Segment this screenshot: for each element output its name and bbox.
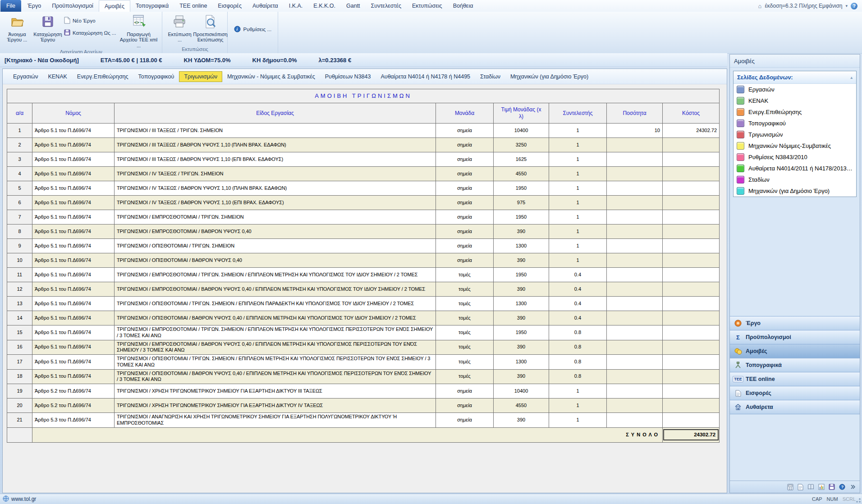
cell-price[interactable]: 10400 bbox=[494, 384, 549, 399]
page-tab[interactable]: Ρυθμίσεων Ν3843 bbox=[320, 71, 376, 82]
notes-icon[interactable] bbox=[797, 483, 804, 491]
cell-qty[interactable] bbox=[607, 355, 663, 370]
cell-law[interactable]: Άρθρο 5.1 του Π.Δ696/74 bbox=[32, 311, 115, 325]
cell-law[interactable]: Άρθρο 5.2 του Π.Δ696/74 bbox=[32, 399, 115, 413]
cell-unit[interactable]: τομές bbox=[436, 311, 494, 325]
book-icon[interactable] bbox=[807, 483, 815, 491]
cell-cost[interactable] bbox=[663, 152, 720, 167]
cell-coef[interactable]: 0.4 bbox=[549, 282, 607, 297]
cell-unit[interactable]: τομές bbox=[436, 340, 494, 355]
cell-work[interactable]: ΤΡΙΓΩΝΙΣΜΟΙ / ΑΝΑΓΝΩΡΙΣΗ ΚΑΙ ΧΡΗΣΗ ΤΡΙΓΩ… bbox=[115, 413, 436, 428]
menu-tab[interactable]: Ε.Κ.Κ.Ο. bbox=[308, 0, 341, 12]
menu-tab[interactable]: Εισφορές bbox=[212, 0, 247, 12]
cell-work[interactable]: ΤΡΙΓΩΝΙΣΜΟΙ / ΧΡΗΣΗ ΤΡΙΓΩΝΟΜΕΤΡΙΚΟΥ ΣΗΜΕ… bbox=[115, 384, 436, 399]
cell-work[interactable]: ΤΡΙΓΩΝΙΣΜΟΙ / ΟΠΙΣΘΟΤΟΜΙΑΙ / ΒΑΘΡΟΝ ΥΨΟΥ… bbox=[115, 253, 436, 268]
nav-item-tee-online[interactable]: TEE TEE online bbox=[730, 372, 860, 386]
cell-price[interactable]: 10400 bbox=[494, 124, 549, 138]
cell-qty[interactable] bbox=[607, 196, 663, 210]
cell-coef[interactable]: 1 bbox=[549, 413, 607, 428]
cell-unit[interactable]: σημεία bbox=[436, 152, 494, 167]
cell-unit[interactable]: σημεία bbox=[436, 196, 494, 210]
cell-price[interactable]: 4550 bbox=[494, 167, 549, 181]
cell-qty[interactable] bbox=[607, 325, 663, 340]
cell-qty[interactable] bbox=[607, 369, 663, 384]
cell-qty[interactable] bbox=[607, 239, 663, 253]
page-tab[interactable]: Μηχανικών (για Δημόσιο Έργο) bbox=[505, 71, 593, 82]
menu-tab[interactable]: Ι.Κ.Α. bbox=[284, 0, 308, 12]
cell-work[interactable]: ΤΡΙΓΩΝΙΣΜΟΙ / ΕΜΠΡΟΣΘΟΤΟΜΙΑΙ / ΤΡΙΓΩΝ. Σ… bbox=[115, 325, 436, 340]
cell-unit[interactable]: τομές bbox=[436, 325, 494, 340]
menu-tab[interactable]: Αυθαίρετα bbox=[247, 0, 284, 12]
cell-work[interactable]: ΤΡΙΓΩΝΙΣΜΟΙ / ΕΜΠΡΟΣΘΟΤΟΜΙΑΙ / ΒΑΘΡΟΝ ΥΨ… bbox=[115, 282, 436, 297]
menu-tab[interactable]: Προϋπολογισμοί bbox=[46, 0, 99, 12]
cell-unit[interactable]: τομές bbox=[436, 355, 494, 370]
page-tab[interactable]: Τοπογραφικού bbox=[133, 71, 179, 82]
cell-law[interactable]: Άρθρο 5.1 του Π.Δ696/74 bbox=[32, 253, 115, 268]
cell-price[interactable]: 975 bbox=[494, 196, 549, 210]
data-page-item[interactable]: Σταδίων bbox=[734, 174, 856, 185]
cell-price[interactable]: 390 bbox=[494, 225, 549, 239]
data-page-item[interactable]: Μηχανικών (για Δημόσιο Έργο) bbox=[734, 185, 856, 197]
cell-cost[interactable] bbox=[663, 369, 720, 384]
settings-button[interactable]: i Ρυθμίσεις ... bbox=[234, 26, 271, 33]
nav-item-arbitrary[interactable]: Αυθαίρετα bbox=[730, 400, 860, 414]
cell-cost[interactable] bbox=[663, 225, 720, 239]
menu-tab[interactable]: Συντελεστές bbox=[366, 0, 407, 12]
data-page-item[interactable]: Εργασιών bbox=[734, 84, 856, 95]
cell-qty[interactable] bbox=[607, 413, 663, 428]
cell-work[interactable]: ΤΡΙΓΩΝΙΣΜΟΙ / ΟΠΙΣΘΟΤΟΜΙΑΙ / ΤΡΙΓΩΝ. ΣΗΜ… bbox=[115, 297, 436, 311]
cell-price[interactable]: 390 bbox=[494, 253, 549, 268]
cell-unit[interactable]: σημεία bbox=[436, 225, 494, 239]
cell-qty[interactable] bbox=[607, 311, 663, 325]
cell-cost[interactable] bbox=[663, 268, 720, 282]
page-tab[interactable]: Εργασιών bbox=[8, 71, 43, 82]
cell-cost[interactable] bbox=[663, 325, 720, 340]
cell-price[interactable]: 3250 bbox=[494, 138, 549, 152]
file-menu-button[interactable]: File bbox=[0, 0, 21, 12]
cell-unit[interactable]: τομές bbox=[436, 297, 494, 311]
open-project-button[interactable]: Άνοιγμα Έργου ... bbox=[3, 13, 32, 49]
cell-law[interactable]: Άρθρο 5.1 του Π.Δ696/74 bbox=[32, 181, 115, 196]
cell-unit[interactable]: σημεία bbox=[436, 167, 494, 181]
cell-law[interactable]: Άρθρο 5.1 του Π.Δ696/74 bbox=[32, 282, 115, 297]
cell-law[interactable]: Άρθρο 5.1 του Π.Δ696/74 bbox=[32, 340, 115, 355]
menu-tab[interactable]: Εκτυπώσεις bbox=[407, 0, 448, 12]
cell-cost[interactable] bbox=[663, 181, 720, 196]
cell-cost[interactable]: 24302.72 bbox=[663, 124, 720, 138]
help-mini-icon[interactable]: ? bbox=[838, 483, 846, 491]
total-value-box[interactable]: 24302.72 bbox=[663, 429, 719, 440]
menu-tab[interactable]: Έργο bbox=[22, 0, 46, 12]
cell-cost[interactable] bbox=[663, 413, 720, 428]
cell-coef[interactable]: 1 bbox=[549, 124, 607, 138]
nav-item-ergo[interactable]: Έργο bbox=[730, 316, 860, 330]
cell-law[interactable]: Άρθρο 5.1 του Π.Δ696/74 bbox=[32, 239, 115, 253]
cell-work[interactable]: ΤΡΙΓΩΝΙΣΜΟΙ / ΕΜΠΡΟΣΘΟΤΟΜΙΑΙ / ΒΑΘΡΟΝ ΥΨ… bbox=[115, 225, 436, 239]
nav-item-contributions[interactable]: Εισφορές bbox=[730, 386, 860, 400]
cell-work[interactable]: ΤΡΙΓΩΝΙΣΜΟΙ / IV ΤΑΞΕΩΣ / ΒΑΘΡΟΝ ΥΨΟΥΣ 1… bbox=[115, 196, 436, 210]
cell-coef[interactable]: 0.4 bbox=[549, 311, 607, 325]
print-button[interactable]: Εκτύπωση ... bbox=[165, 13, 194, 46]
cell-coef[interactable]: 0.8 bbox=[549, 369, 607, 384]
cell-coef[interactable]: 1 bbox=[549, 167, 607, 181]
cell-coef[interactable]: 1 bbox=[549, 196, 607, 210]
data-page-item[interactable]: Ρυθμίσεις Ν3843/2010 bbox=[734, 151, 856, 163]
data-page-item[interactable]: Μηχανικών Νόμιμες-Συμβατικές bbox=[734, 140, 856, 151]
cell-unit[interactable]: σημεία bbox=[436, 253, 494, 268]
cell-qty[interactable] bbox=[607, 340, 663, 355]
cell-qty[interactable] bbox=[607, 268, 663, 282]
nav-item-fees[interactable]: Αμοιβές bbox=[730, 344, 860, 358]
page-tab[interactable]: Τριγωνισμών bbox=[179, 71, 222, 82]
cell-cost[interactable] bbox=[663, 239, 720, 253]
cell-work[interactable]: ΤΡΙΓΩΝΙΣΜΟΙ / IV ΤΑΞΕΩΣ / ΤΡΙΓΩΝ. ΣΗΜΕΙΟ… bbox=[115, 167, 436, 181]
data-pages-header[interactable]: Σελίδες Δεδομένων: ▴ bbox=[734, 71, 856, 84]
menu-tab[interactable]: TEE online bbox=[174, 0, 212, 12]
cell-cost[interactable] bbox=[663, 311, 720, 325]
data-page-item[interactable]: ΚΕΝΑΚ bbox=[734, 95, 856, 106]
cell-qty[interactable] bbox=[607, 181, 663, 196]
page-tab[interactable]: Ενεργ.Επιθεώρησης bbox=[72, 71, 133, 82]
cell-cost[interactable] bbox=[663, 355, 720, 370]
cell-work[interactable]: ΤΡΙΓΩΝΙΣΜΟΙ / ΕΜΠΡΟΣΘΟΤΟΜΙΑΙ / ΤΡΙΓΩΝ. Σ… bbox=[115, 268, 436, 282]
cell-qty[interactable] bbox=[607, 253, 663, 268]
cell-work[interactable]: ΤΡΙΓΩΝΙΣΜΟΙ / ΙΙΙ ΤΑΞΕΩΣ / ΤΡΙΓΩΝ. ΣΗΜΕΙ… bbox=[115, 124, 436, 138]
cell-work[interactable]: ΤΡΙΓΩΝΙΣΜΟΙ / ΟΠΙΣΘΟΤΟΜΙΑΙ / ΤΡΙΓΩΝ. ΣΗΜ… bbox=[115, 239, 436, 253]
